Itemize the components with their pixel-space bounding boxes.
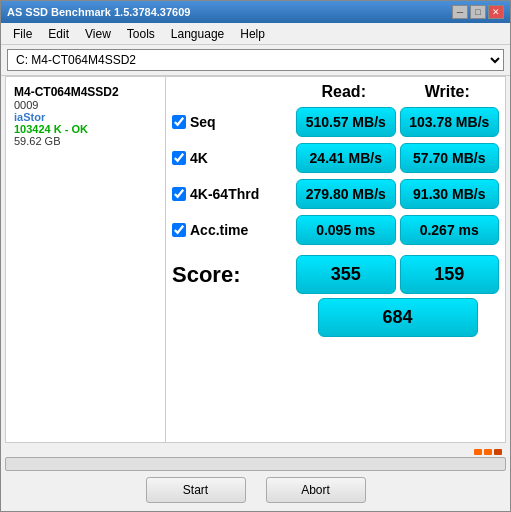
maximize-button[interactable]: □ <box>470 5 486 19</box>
seq-checkbox[interactable] <box>172 115 186 129</box>
drive-num: 0009 <box>14 99 157 111</box>
cache-info: 103424 K - OK <box>14 123 157 135</box>
minimize-button[interactable]: ─ <box>452 5 468 19</box>
4k64-checkbox[interactable] <box>172 187 186 201</box>
4k-label: 4K <box>172 150 292 166</box>
title-bar: AS SSD Benchmark 1.5.3784.37609 ─ □ ✕ <box>1 1 510 23</box>
seq-label: Seq <box>172 114 292 130</box>
acctime-label: Acc.time <box>172 222 292 238</box>
window-title: AS SSD Benchmark 1.5.3784.37609 <box>7 6 190 18</box>
menu-item-tools[interactable]: Tools <box>119 25 163 43</box>
header-row: Read: Write: <box>172 83 499 101</box>
4k-checkbox[interactable] <box>172 151 186 165</box>
seq-read: 510.57 MB/s <box>296 107 396 137</box>
menu-item-language[interactable]: Language <box>163 25 232 43</box>
io-dot-1 <box>474 449 482 455</box>
acctime-read: 0.095 ms <box>296 215 396 245</box>
progress-container <box>5 447 506 471</box>
drive-model: M4-CT064M4SSD2 <box>14 85 157 99</box>
menu-item-help[interactable]: Help <box>232 25 273 43</box>
score-label: Score: <box>172 262 292 288</box>
bench-row-4k64: 4K-64Thrd 279.80 MB/s 91.30 MB/s <box>172 179 499 209</box>
driver-name: iaStor <box>14 111 157 123</box>
start-button[interactable]: Start <box>146 477 246 503</box>
menu-item-view[interactable]: View <box>77 25 119 43</box>
drive-bar: C: M4-CT064M4SSD2 <box>1 45 510 76</box>
bench-row-4k: 4K 24.41 MB/s 57.70 MB/s <box>172 143 499 173</box>
menu-item-file[interactable]: File <box>5 25 40 43</box>
acctime-write: 0.267 ms <box>400 215 500 245</box>
buttons-row: Start Abort <box>1 471 510 511</box>
main-content: M4-CT064M4SSD2 0009 iaStor 103424 K - OK… <box>5 76 506 443</box>
menu-item-edit[interactable]: Edit <box>40 25 77 43</box>
score-total: 684 <box>318 298 478 337</box>
score-section: Score: 355 159 684 <box>172 255 499 337</box>
menubar: FileEditViewToolsLanguageHelp <box>1 23 510 45</box>
4k-write: 57.70 MB/s <box>400 143 500 173</box>
close-button[interactable]: ✕ <box>488 5 504 19</box>
abort-button[interactable]: Abort <box>266 477 366 503</box>
write-header: Write: <box>396 83 500 101</box>
right-panel: Read: Write: Seq 510.57 MB/s 103.78 MB/s… <box>166 77 505 442</box>
4k-read: 24.41 MB/s <box>296 143 396 173</box>
seq-write: 103.78 MB/s <box>400 107 500 137</box>
bench-row-acctime: Acc.time 0.095 ms 0.267 ms <box>172 215 499 245</box>
bench-row-seq: Seq 510.57 MB/s 103.78 MB/s <box>172 107 499 137</box>
io-dot-2 <box>484 449 492 455</box>
4k64-read: 279.80 MB/s <box>296 179 396 209</box>
window-controls: ─ □ ✕ <box>452 5 504 19</box>
acctime-checkbox[interactable] <box>172 223 186 237</box>
io-indicator <box>5 447 506 457</box>
io-dot-3 <box>494 449 502 455</box>
score-read: 355 <box>296 255 396 294</box>
score-total-row: 684 <box>172 298 499 337</box>
drive-size: 59.62 GB <box>14 135 157 147</box>
score-row: Score: 355 159 <box>172 255 499 294</box>
left-panel: M4-CT064M4SSD2 0009 iaStor 103424 K - OK… <box>6 77 166 442</box>
score-write: 159 <box>400 255 500 294</box>
drive-select[interactable]: C: M4-CT064M4SSD2 <box>7 49 504 71</box>
read-header: Read: <box>292 83 396 101</box>
app-window: AS SSD Benchmark 1.5.3784.37609 ─ □ ✕ Fi… <box>0 0 511 512</box>
4k64-write: 91.30 MB/s <box>400 179 500 209</box>
4k64-label: 4K-64Thrd <box>172 186 292 202</box>
progress-track <box>5 457 506 471</box>
